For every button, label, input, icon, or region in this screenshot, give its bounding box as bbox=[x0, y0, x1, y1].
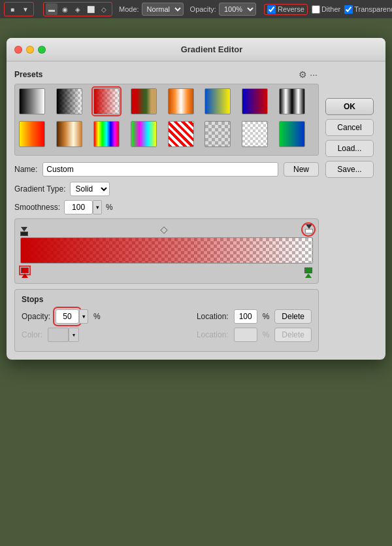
cancel-button[interactable]: Cancel bbox=[325, 119, 374, 136]
right-buttons: OK Cancel Load... Save... bbox=[325, 69, 378, 352]
dither-label: Dither bbox=[321, 5, 340, 13]
opacity-stops-row bbox=[20, 224, 313, 236]
color-location-label: Location: bbox=[197, 330, 229, 339]
gradient-type-select[interactable]: Solid Noise bbox=[70, 182, 110, 196]
stop-arrow-left bbox=[21, 227, 27, 231]
gradient-reflect-icon[interactable]: ⬜ bbox=[85, 3, 97, 15]
preset-swatch-16[interactable] bbox=[279, 121, 305, 147]
gear-button[interactable]: ⚙ ··· bbox=[297, 69, 319, 80]
preset-swatch-13[interactable] bbox=[168, 121, 194, 147]
preset-swatch-8[interactable] bbox=[279, 88, 305, 114]
dither-checkbox[interactable] bbox=[312, 5, 320, 14]
toolbar: ■ ▼ ▬ ◉ ◈ ⬜ ◇ Mode: Normal Opacity: 100%… bbox=[0, 0, 392, 18]
color-stops-row bbox=[20, 265, 313, 278]
opacity-input-group: ▾ bbox=[56, 309, 88, 324]
gradient-linear-icon[interactable]: ▬ bbox=[46, 3, 57, 15]
stop-box-right bbox=[305, 229, 313, 233]
name-row: Name: New bbox=[14, 162, 319, 177]
preset-swatch-3[interactable] bbox=[93, 88, 120, 114]
tool-group-2: ▬ ◉ ◈ ⬜ ◇ bbox=[43, 2, 112, 16]
opacity-input[interactable] bbox=[56, 309, 79, 324]
preset-swatch-10[interactable] bbox=[56, 121, 82, 147]
name-input[interactable] bbox=[42, 162, 278, 177]
save-button[interactable]: Save... bbox=[325, 161, 374, 178]
color-stop-box-right bbox=[304, 267, 312, 273]
location-input[interactable] bbox=[234, 309, 257, 324]
stops-section-title: Stops bbox=[22, 295, 312, 304]
name-label: Name: bbox=[14, 165, 37, 174]
opacity-row: Opacity: ▾ % Location: % Delete bbox=[22, 309, 312, 324]
preset-swatch-9[interactable] bbox=[19, 121, 45, 147]
preset-swatch-12[interactable] bbox=[131, 121, 157, 147]
transparency-label: Transparency bbox=[354, 5, 392, 13]
stop-box-left bbox=[20, 231, 28, 236]
background-area: Gradient Editor Presets ⚙ ··· bbox=[0, 18, 392, 546]
tool-icon-1[interactable]: ■ bbox=[7, 3, 18, 15]
gradient-angle-icon[interactable]: ◈ bbox=[72, 3, 84, 15]
midpoint-marker[interactable] bbox=[161, 227, 167, 233]
gradient-radial-icon[interactable]: ◉ bbox=[59, 3, 71, 15]
preset-swatch-7[interactable] bbox=[242, 88, 268, 114]
gradient-diamond-icon[interactable]: ◇ bbox=[98, 3, 110, 15]
preset-swatch-6[interactable] bbox=[204, 88, 231, 114]
load-button[interactable]: Load... bbox=[325, 140, 374, 157]
opacity-stop-right[interactable] bbox=[305, 224, 313, 233]
opacity-delete-button[interactable]: Delete bbox=[274, 309, 312, 324]
stop-arrow-right bbox=[306, 224, 312, 229]
color-location-input[interactable] bbox=[234, 328, 257, 342]
presets-grid bbox=[14, 84, 319, 156]
opacity-stop-right-container bbox=[305, 224, 313, 233]
color-location-percent: % bbox=[263, 330, 270, 339]
color-swatch[interactable] bbox=[48, 328, 69, 342]
dialog-titlebar: Gradient Editor bbox=[7, 38, 385, 61]
color-stop-right[interactable] bbox=[304, 267, 313, 278]
smoothness-input[interactable] bbox=[64, 200, 93, 214]
maximize-button[interactable] bbox=[38, 46, 46, 54]
preset-swatch-11[interactable] bbox=[93, 121, 120, 147]
tool-group-1: ■ ▼ bbox=[4, 2, 34, 16]
opacity-select[interactable]: 100% bbox=[219, 3, 256, 16]
opacity-label: Opacity: bbox=[190, 5, 216, 13]
opacity-stop-left[interactable] bbox=[20, 227, 28, 236]
opacity-stepper[interactable]: ▾ bbox=[79, 309, 88, 324]
transparency-checkbox[interactable] bbox=[344, 5, 353, 14]
preset-swatch-2[interactable] bbox=[56, 88, 82, 114]
presets-label: Presets bbox=[14, 70, 42, 79]
ok-button[interactable]: OK bbox=[325, 98, 374, 115]
color-dropdown[interactable]: ▾ bbox=[69, 328, 79, 342]
dither-group: Dither bbox=[312, 5, 340, 14]
color-stop-left[interactable] bbox=[20, 267, 29, 278]
color-delete-button[interactable]: Delete bbox=[274, 328, 312, 342]
smoothness-unit: % bbox=[106, 203, 113, 212]
mode-label: Mode: bbox=[119, 5, 139, 13]
close-button[interactable] bbox=[14, 46, 22, 54]
color-stop-arrow-right bbox=[305, 273, 312, 278]
preset-swatch-15[interactable] bbox=[242, 121, 268, 147]
dialog-body: Presets ⚙ ··· bbox=[7, 61, 385, 360]
traffic-lights bbox=[14, 46, 46, 54]
mode-select[interactable]: Normal bbox=[142, 3, 184, 16]
preset-swatch-1[interactable] bbox=[19, 88, 45, 114]
reverse-checkbox[interactable] bbox=[267, 5, 276, 14]
left-section: Presets ⚙ ··· bbox=[14, 69, 319, 352]
location-field-label: Location: bbox=[197, 312, 229, 321]
preset-swatch-4[interactable] bbox=[131, 88, 157, 114]
new-button[interactable]: New bbox=[284, 162, 319, 177]
tool-icon-2[interactable]: ▼ bbox=[20, 3, 31, 15]
preset-swatch-5[interactable] bbox=[168, 88, 194, 114]
toolbar-right: Reverse Dither Transparency bbox=[264, 4, 392, 15]
opacity-field-label: Opacity: bbox=[22, 312, 50, 321]
preset-swatch-14[interactable] bbox=[204, 121, 231, 147]
smoothness-input-group: ▾ bbox=[64, 200, 102, 214]
minimize-button[interactable] bbox=[26, 46, 34, 54]
gradient-bar-inner bbox=[21, 238, 312, 263]
color-stop-arrow-left bbox=[22, 273, 28, 278]
color-stop-box-left bbox=[21, 267, 29, 273]
smoothness-stepper[interactable]: ▾ bbox=[93, 200, 102, 214]
gradient-section bbox=[14, 218, 319, 284]
midpoint-diamond bbox=[160, 226, 167, 233]
color-row: Color: ▾ Location: % Delete bbox=[22, 328, 312, 342]
smoothness-row: Smoothness: ▾ % bbox=[14, 200, 319, 214]
gradient-bar[interactable] bbox=[20, 237, 313, 264]
color-swatch-group: ▾ bbox=[48, 328, 79, 342]
